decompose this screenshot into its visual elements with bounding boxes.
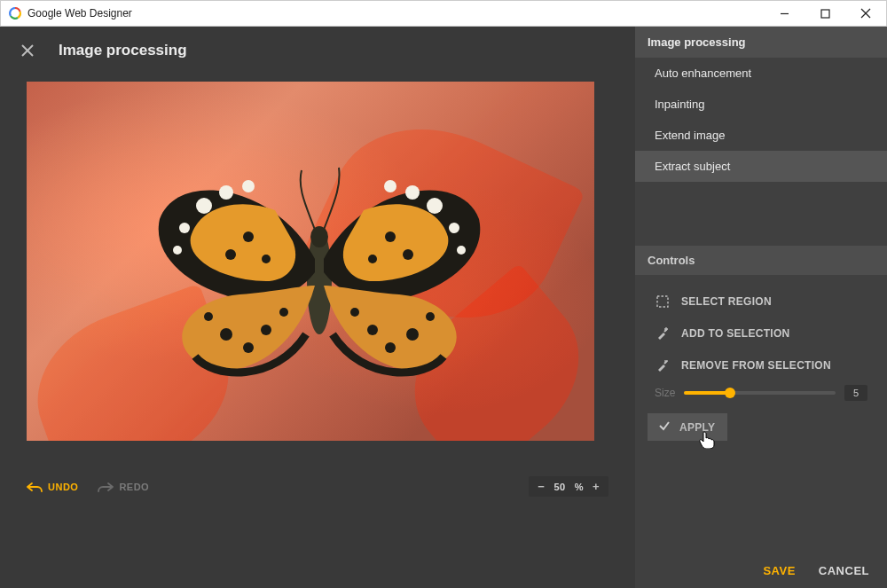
mode-label: Extract subject [655, 160, 730, 173]
svg-point-10 [219, 185, 233, 200]
svg-rect-2 [821, 10, 829, 18]
zoom-suffix: % [575, 482, 584, 492]
svg-point-19 [384, 180, 396, 192]
svg-point-33 [426, 312, 435, 321]
svg-point-15 [225, 249, 236, 260]
window-title: Google Web Designer [27, 7, 132, 20]
svg-point-13 [173, 246, 182, 255]
side-panel-title: Image processing [635, 27, 887, 58]
window-titlebar: Google Web Designer [0, 0, 887, 27]
svg-point-30 [406, 328, 419, 341]
save-button[interactable]: SAVE [763, 564, 795, 577]
svg-point-26 [243, 342, 254, 353]
zoom-value: 50 [553, 482, 565, 492]
mode-label: Extend image [655, 129, 726, 142]
undo-label: UNDO [48, 482, 78, 492]
svg-point-28 [204, 312, 213, 321]
mode-inpainting[interactable]: Inpainting [635, 89, 887, 120]
svg-point-23 [403, 249, 413, 260]
svg-point-18 [405, 185, 420, 200]
brush-size-value: 5 [844, 385, 867, 401]
svg-point-20 [449, 223, 459, 233]
window-minimize-button[interactable] [764, 1, 805, 26]
svg-point-11 [242, 180, 255, 192]
cursor-pointer-icon [699, 431, 715, 451]
brush-plus-icon [655, 325, 671, 341]
svg-point-27 [261, 325, 271, 335]
svg-point-9 [196, 198, 212, 214]
size-label: Size [655, 387, 675, 399]
cancel-button[interactable]: CANCEL [819, 564, 869, 577]
svg-point-16 [262, 255, 271, 263]
select-region-button[interactable]: SELECT REGION [635, 286, 887, 318]
brush-size-slider[interactable] [684, 391, 836, 395]
remove-from-selection-label: REMOVE FROM SELECTION [681, 359, 831, 372]
image-canvas[interactable] [27, 82, 608, 441]
svg-point-24 [368, 255, 377, 263]
page-title: Image processing [59, 42, 187, 59]
add-to-selection-label: ADD TO SELECTION [681, 327, 790, 340]
redo-button[interactable]: REDO [98, 482, 149, 492]
svg-rect-35 [657, 296, 668, 307]
undo-button[interactable]: UNDO [27, 482, 78, 492]
mode-auto-enhancement[interactable]: Auto enhancement [635, 58, 887, 89]
select-region-icon [655, 294, 671, 310]
mode-label: Auto enhancement [655, 67, 751, 80]
redo-label: REDO [119, 482, 149, 492]
svg-point-17 [427, 198, 443, 214]
svg-point-14 [243, 231, 254, 242]
mode-label: Inpainting [655, 98, 704, 111]
svg-point-31 [385, 342, 396, 353]
svg-point-32 [367, 325, 378, 335]
svg-point-21 [457, 246, 466, 255]
check-icon [658, 419, 671, 435]
window-close-button[interactable] [845, 1, 886, 26]
mode-extend-image[interactable]: Extend image [635, 120, 887, 151]
zoom-control[interactable]: − 50 % + [529, 476, 608, 497]
select-region-label: SELECT REGION [681, 295, 772, 308]
svg-point-25 [220, 328, 232, 341]
svg-point-29 [279, 308, 288, 317]
controls-title: Controls [635, 246, 887, 275]
zoom-out-button[interactable]: − [538, 480, 545, 493]
svg-point-12 [179, 223, 190, 233]
brush-minus-icon [655, 357, 671, 373]
app-icon [8, 6, 22, 20]
mode-extract-subject[interactable]: Extract subject [635, 151, 887, 182]
remove-from-selection-button[interactable]: REMOVE FROM SELECTION [635, 349, 887, 381]
window-maximize-button[interactable] [805, 1, 845, 26]
close-dialog-button[interactable] [16, 39, 39, 62]
apply-button[interactable]: APPLY [648, 413, 727, 441]
mode-list: Auto enhancement Inpainting Extend image… [635, 58, 887, 182]
svg-point-22 [385, 231, 396, 242]
svg-point-8 [310, 226, 328, 247]
add-to-selection-button[interactable]: ADD TO SELECTION [635, 318, 887, 349]
subject-butterfly [142, 157, 497, 388]
svg-point-34 [350, 308, 359, 317]
zoom-in-button[interactable]: + [593, 480, 600, 493]
